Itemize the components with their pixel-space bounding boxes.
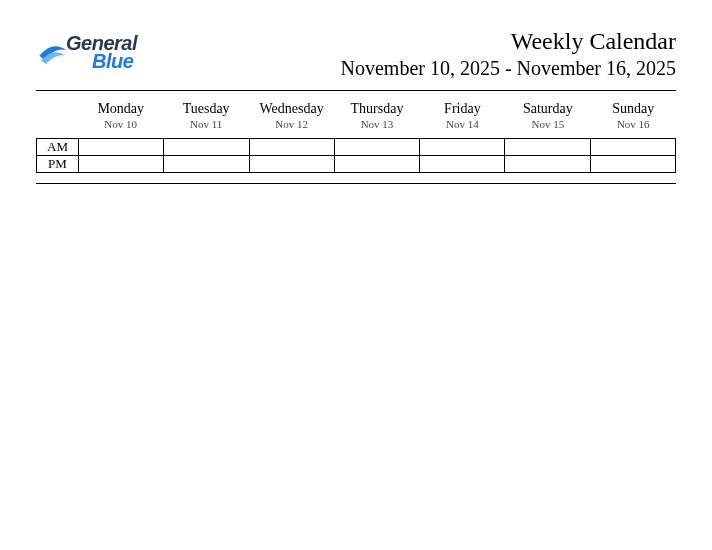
calendar-cell <box>250 156 334 173</box>
day-name: Sunday <box>591 101 676 117</box>
swoosh-icon <box>36 35 70 69</box>
calendar-cell <box>335 156 419 173</box>
day-header: Friday Nov 14 <box>420 95 505 138</box>
day-date: Nov 16 <box>591 118 676 130</box>
day-header: Saturday Nov 15 <box>505 95 590 138</box>
header-spacer <box>36 95 78 138</box>
grid-day <box>334 139 419 173</box>
day-header: Wednesday Nov 12 <box>249 95 334 138</box>
calendar-grid: AM PM <box>36 138 676 173</box>
day-name: Friday <box>420 101 505 117</box>
day-headers-row: Monday Nov 10 Tuesday Nov 11 Wednesday N… <box>36 95 676 138</box>
brand-text: General Blue <box>66 34 137 70</box>
calendar-cell <box>591 156 675 173</box>
day-header: Sunday Nov 16 <box>591 95 676 138</box>
days-grid <box>78 139 675 173</box>
day-date: Nov 15 <box>505 118 590 130</box>
grid-day <box>163 139 248 173</box>
calendar-cell <box>164 139 248 156</box>
day-name: Tuesday <box>163 101 248 117</box>
calendar-cell <box>164 156 248 173</box>
day-date: Nov 14 <box>420 118 505 130</box>
brand-logo: General Blue <box>36 28 137 70</box>
period-am-label: AM <box>36 139 78 156</box>
header: General Blue Weekly Calendar November 10… <box>36 28 676 80</box>
calendar-cell <box>250 139 334 156</box>
day-name: Wednesday <box>249 101 334 117</box>
day-name: Saturday <box>505 101 590 117</box>
grid-day <box>504 139 589 173</box>
calendar-cell <box>335 139 419 156</box>
day-header: Monday Nov 10 <box>78 95 163 138</box>
calendar-cell <box>420 139 504 156</box>
grid-day <box>249 139 334 173</box>
day-date: Nov 11 <box>163 118 248 130</box>
day-name: Thursday <box>334 101 419 117</box>
page: General Blue Weekly Calendar November 10… <box>0 0 712 208</box>
grid-day <box>590 139 675 173</box>
period-label-column: AM PM <box>36 139 78 173</box>
day-name: Monday <box>78 101 163 117</box>
top-rule <box>36 90 676 91</box>
grid-day <box>78 139 163 173</box>
calendar-cell <box>591 139 675 156</box>
day-header: Thursday Nov 13 <box>334 95 419 138</box>
calendar-cell <box>79 156 163 173</box>
bottom-rule <box>36 183 676 184</box>
day-header: Tuesday Nov 11 <box>163 95 248 138</box>
day-date: Nov 10 <box>78 118 163 130</box>
day-date: Nov 12 <box>249 118 334 130</box>
date-range: November 10, 2025 - November 16, 2025 <box>341 57 677 80</box>
title-block: Weekly Calendar November 10, 2025 - Nove… <box>341 28 677 80</box>
calendar-cell <box>505 156 589 173</box>
day-date: Nov 13 <box>334 118 419 130</box>
calendar-cell <box>505 139 589 156</box>
calendar-cell <box>420 156 504 173</box>
grid-day <box>419 139 504 173</box>
period-pm-label: PM <box>36 156 78 173</box>
brand-line2: Blue <box>66 52 137 70</box>
calendar-cell <box>79 139 163 156</box>
page-title: Weekly Calendar <box>341 28 677 55</box>
